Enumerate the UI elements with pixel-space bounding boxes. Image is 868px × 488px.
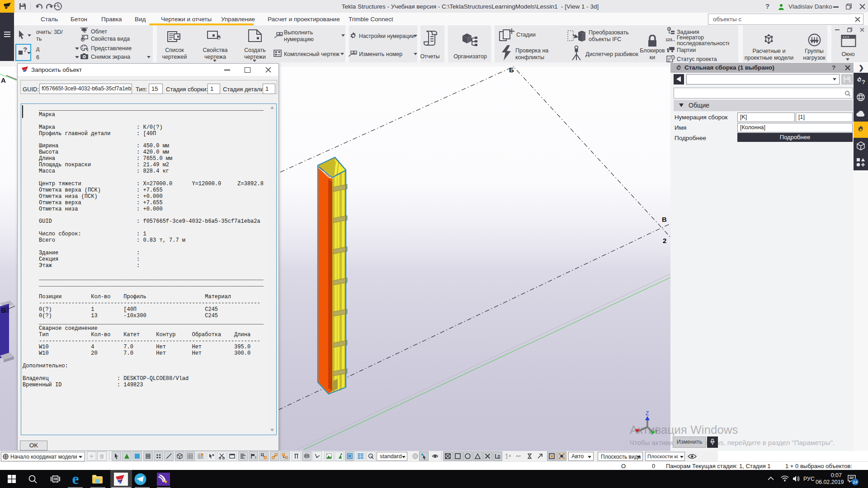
svg-text:Б: Б [509, 66, 514, 74]
svg-text:В: В [662, 216, 667, 223]
svg-text:?: ? [862, 79, 865, 85]
svg-text:Б: Б [1, 306, 6, 314]
svg-text:2: 2 [663, 237, 666, 244]
svg-text:Z: Z [646, 410, 649, 417]
svg-text:А: А [1, 76, 6, 84]
